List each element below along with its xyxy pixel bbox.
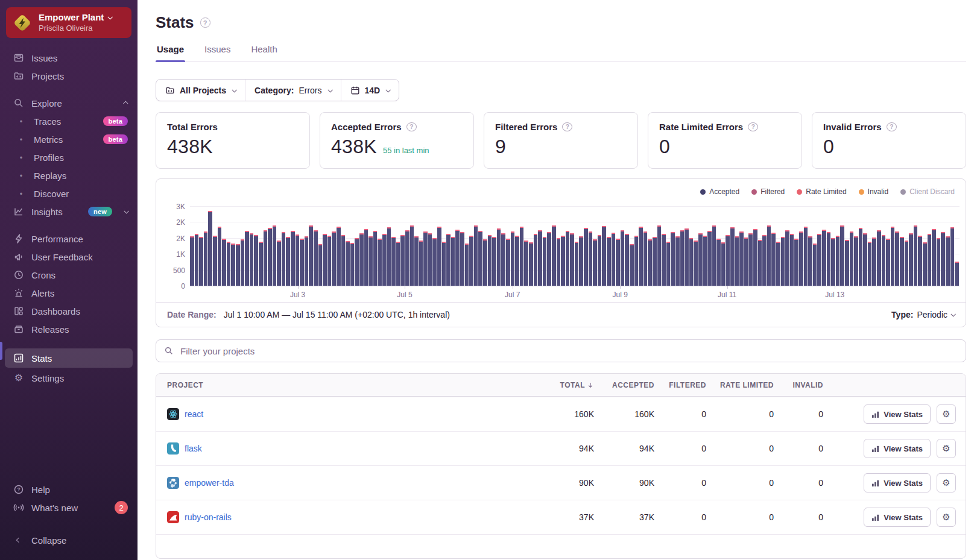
archive-box-icon	[13, 324, 24, 335]
bullet-icon: •	[16, 117, 27, 126]
org-name: Empower Plant	[39, 12, 104, 24]
help-icon[interactable]	[748, 122, 758, 131]
broadcast-icon	[13, 502, 24, 513]
help-icon[interactable]	[562, 122, 572, 131]
sidebar-item-discover[interactable]: • Discover	[0, 184, 138, 203]
legend-filtered[interactable]: Filtered	[751, 187, 785, 196]
project-filter-dropdown[interactable]: All Projects	[156, 80, 245, 101]
project-link[interactable]: react	[185, 409, 203, 419]
legend-invalid[interactable]: Invalid	[859, 187, 889, 196]
sidebar-item-help[interactable]: ? Help	[0, 480, 138, 499]
legend-dot	[859, 189, 864, 195]
view-stats-button[interactable]: View Stats	[864, 404, 931, 424]
megaphone-icon	[13, 251, 24, 262]
chart-footer: Date Range: Jul 1 10:00 AM — Jul 15 11:0…	[156, 302, 966, 327]
project-settings-button[interactable]: ⚙	[937, 473, 956, 492]
help-icon[interactable]	[887, 122, 897, 131]
project-link[interactable]: flask	[185, 444, 202, 453]
sidebar-item-user-feedback[interactable]: User Feedback	[0, 248, 138, 266]
sidebar-collapse-button[interactable]: Collapse	[0, 531, 138, 549]
tab-health[interactable]: Health	[250, 44, 278, 61]
sidebar-item-crons[interactable]: Crons	[0, 266, 138, 284]
sidebar-item-metrics[interactable]: • Metrics beta	[0, 130, 138, 148]
sidebar-item-stats[interactable]: Stats	[5, 348, 133, 368]
view-stats-button[interactable]: View Stats	[864, 439, 931, 458]
flask-logo-icon	[167, 442, 179, 455]
gear-icon: ⚙	[942, 443, 950, 454]
view-stats-button[interactable]: View Stats	[864, 473, 931, 492]
bar-chart-icon	[871, 445, 879, 453]
python-logo-icon	[167, 477, 179, 489]
total-errors-card: Total Errors 438K	[156, 112, 310, 169]
column-total-sort[interactable]: TOTAL	[529, 381, 596, 389]
bullet-icon: •	[16, 135, 27, 144]
beta-badge: beta	[103, 134, 128, 144]
rate-limited-errors-card: Rate Limited Errors 0	[648, 112, 802, 169]
project-settings-button[interactable]: ⚙	[937, 508, 956, 527]
filtered-errors-value: 9	[495, 136, 506, 158]
sidebar-item-performance[interactable]: Performance	[0, 230, 138, 248]
chevron-down-icon	[327, 87, 332, 92]
tab-usage[interactable]: Usage	[156, 44, 185, 61]
sidebar: Empower Plant Priscila Oliveira Issues P…	[0, 0, 138, 560]
project-link[interactable]: empower-tda	[185, 478, 234, 488]
bar-chart-icon	[871, 479, 879, 487]
gear-icon: ⚙	[942, 409, 950, 420]
sidebar-item-profiles[interactable]: • Profiles	[0, 148, 138, 166]
sidebar-item-dashboards[interactable]: Dashboards	[0, 302, 138, 320]
bar-chart-icon	[871, 411, 879, 418]
projects-icon	[13, 71, 24, 81]
date-range-dropdown[interactable]: 14D	[341, 80, 399, 101]
accepted-errors-rate: 55 in last min	[383, 146, 429, 155]
sidebar-item-releases[interactable]: Releases	[0, 320, 138, 338]
rate-limited-errors-value: 0	[659, 136, 670, 158]
project-link[interactable]: ruby-on-rails	[185, 512, 232, 522]
legend-rate-limited[interactable]: Rate Limited	[797, 187, 846, 196]
date-range-label: Date Range:	[167, 310, 217, 319]
type-dropdown[interactable]: Type: Periodic	[891, 310, 955, 319]
sidebar-item-whats-new[interactable]: What's new 2	[0, 499, 138, 517]
filter-bar: All Projects Category: Errors 14D	[156, 79, 399, 101]
project-search-input[interactable]	[179, 345, 958, 357]
search-icon	[13, 98, 24, 109]
legend-accepted[interactable]: Accepted	[700, 187, 739, 196]
project-settings-button[interactable]: ⚙	[937, 439, 956, 458]
sidebar-item-traces[interactable]: • Traces beta	[0, 112, 138, 130]
gear-icon: ⚙	[942, 512, 950, 523]
sidebar-item-settings[interactable]: ⚙ Settings	[0, 369, 138, 387]
bullet-icon: •	[16, 153, 27, 162]
siren-icon	[13, 288, 24, 298]
view-stats-button[interactable]: View Stats	[864, 508, 931, 527]
sidebar-item-issues[interactable]: Issues	[0, 49, 138, 67]
org-logo-icon	[12, 13, 33, 33]
tab-bar: Usage Issues Health	[156, 44, 966, 62]
calendar-icon	[350, 86, 360, 95]
folder-icon	[165, 86, 175, 95]
total-errors-value: 438K	[167, 136, 213, 158]
org-switcher[interactable]: Empower Plant Priscila Oliveira	[6, 7, 131, 38]
help-icon[interactable]	[406, 122, 417, 131]
tab-issues[interactable]: Issues	[203, 44, 232, 61]
chevron-down-icon	[108, 14, 113, 19]
table-row: ruby-on-rails 37K 37K 0 0 0 View Stats ⚙	[156, 500, 966, 534]
usage-chart-panel: Accepted Filtered Rate Limited Invalid C…	[156, 178, 966, 327]
category-filter-dropdown[interactable]: Category: Errors	[245, 80, 340, 101]
project-settings-button[interactable]: ⚙	[937, 404, 956, 424]
sidebar-item-replays[interactable]: • Replays	[0, 166, 138, 184]
legend-dot	[751, 189, 757, 195]
chart-x-axis: Jul 3Jul 5Jul 7Jul 9Jul 11Jul 13	[190, 286, 960, 302]
legend-client-discard[interactable]: Client Discard	[900, 187, 955, 196]
bullet-icon: •	[16, 189, 27, 198]
sidebar-item-alerts[interactable]: Alerts	[0, 284, 138, 302]
sidebar-item-projects[interactable]: Projects	[0, 67, 138, 85]
chevron-up-icon	[123, 101, 128, 105]
dashboard-grid-icon	[13, 306, 24, 316]
table-header: PROJECT TOTAL ACCEPTED FILTERED RATE LIM…	[156, 374, 966, 397]
sidebar-item-insights[interactable]: Insights new	[0, 203, 138, 221]
sidebar-item-explore[interactable]: Explore	[0, 94, 138, 112]
org-user: Priscila Oliveira	[39, 24, 112, 33]
chart-legend: Accepted Filtered Rate Limited Invalid C…	[156, 179, 966, 197]
page-help-icon[interactable]	[200, 17, 210, 28]
whats-new-count-badge: 2	[115, 501, 128, 514]
chevron-down-icon	[950, 312, 955, 316]
